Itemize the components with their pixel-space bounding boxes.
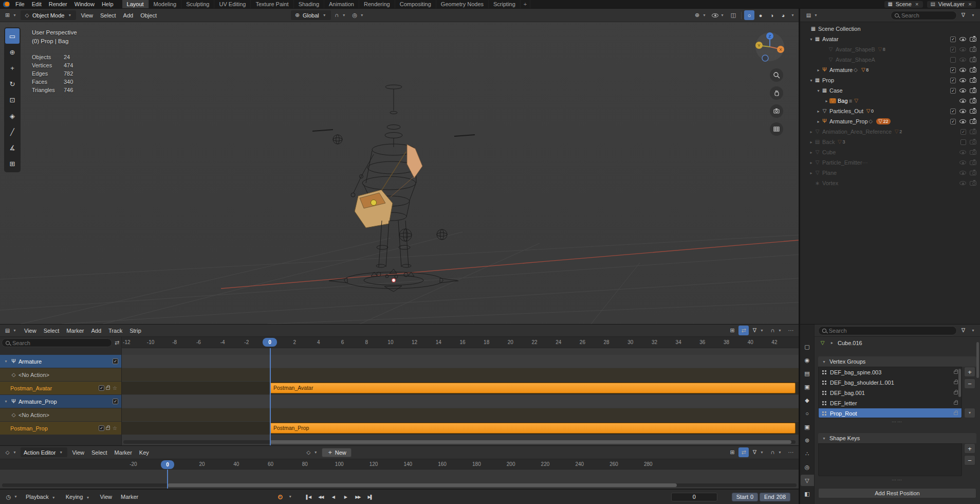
invert-filter-icon[interactable] <box>114 338 120 347</box>
proportional-editing-button[interactable] <box>350 10 367 20</box>
modifiers-tab[interactable]: ⊛ <box>801 435 814 446</box>
remove-vertex-group-button[interactable] <box>964 379 975 389</box>
shading-rendered-button[interactable]: ◕ <box>778 10 788 20</box>
particles-tab[interactable]: ∴ <box>801 448 814 459</box>
properties-search-input[interactable] <box>829 328 953 334</box>
shading-dropdown-icon[interactable] <box>789 13 796 17</box>
outliner-row-scene-collection[interactable]: Scene Collection <box>800 24 980 34</box>
properties-search[interactable] <box>818 326 957 335</box>
action-body[interactable] <box>0 470 799 489</box>
mute-checkbox[interactable] <box>99 425 104 431</box>
workspace-tab[interactable]: UV Editing <box>214 0 251 8</box>
outliner-row-case[interactable]: Case <box>800 85 980 96</box>
scale-tool[interactable]: ⊡ <box>5 92 20 107</box>
disclosure-closed-icon[interactable] <box>816 68 821 73</box>
viewport-scene[interactable] <box>0 22 799 324</box>
hide-eye-icon[interactable] <box>959 99 966 103</box>
hide-eye-icon[interactable] <box>959 119 966 123</box>
nla-search-input[interactable] <box>12 340 64 346</box>
browse-action-button[interactable] <box>304 447 321 457</box>
vertex-group-row[interactable]: DEF_bag_spine.003 <box>819 367 961 377</box>
nla-editor-type-button[interactable] <box>3 326 20 335</box>
action-menu-item[interactable]: View <box>68 448 88 457</box>
disable-render-icon[interactable] <box>970 119 976 124</box>
transform-tool[interactable]: ◈ <box>5 108 20 123</box>
play-reverse-button[interactable]: ◀ <box>327 492 339 501</box>
action-h-scrollbar[interactable] <box>2 483 797 487</box>
keying-menu[interactable]: Keying <box>62 493 95 501</box>
disclosure-closed-icon[interactable] <box>824 99 829 103</box>
workspace-tab[interactable]: Sculpting <box>181 0 214 8</box>
view-layer-tab[interactable]: ▣ <box>801 381 814 392</box>
action-options-button[interactable] <box>786 447 796 457</box>
action-menu-item[interactable]: Key <box>136 448 153 457</box>
disable-render-icon[interactable] <box>970 78 976 83</box>
chevron-down-icon[interactable] <box>970 329 976 333</box>
scrollbar-handle[interactable] <box>168 483 677 487</box>
workspace-tab[interactable]: Texture Paint <box>251 0 293 8</box>
workspace-tab[interactable]: Compositing <box>395 0 436 8</box>
add-rest-position-button[interactable]: Add Rest Position <box>818 488 976 498</box>
show-gizmo-button[interactable] <box>692 10 709 20</box>
lock-icon[interactable] <box>106 387 110 390</box>
nla-menu-item[interactable]: Add <box>87 327 105 335</box>
exclude-checkbox[interactable] <box>950 119 956 124</box>
hide-eye-icon[interactable] <box>959 150 966 154</box>
outliner-row-avatar[interactable]: Avatar <box>800 34 980 44</box>
viewport-menu-item[interactable]: Object <box>137 11 160 20</box>
menu-item[interactable]: Edit <box>28 0 45 8</box>
viewport-editor-type-button[interactable] <box>3 10 20 20</box>
disclosure-closed-icon[interactable] <box>808 140 814 145</box>
action-mode-selector[interactable]: Action Editor <box>21 447 67 457</box>
add-shape-key-button[interactable] <box>964 443 975 454</box>
hide-eye-icon[interactable] <box>959 181 966 185</box>
outliner-row-particles-out[interactable]: Particles_Out 0 <box>800 106 980 116</box>
nla-menu-item[interactable]: Track <box>105 327 126 335</box>
frame-start-field[interactable]: Start 0 <box>732 493 758 501</box>
menu-item[interactable]: Help <box>98 0 117 8</box>
viewport-menu-item[interactable]: Add <box>120 11 137 20</box>
hide-eye-icon[interactable] <box>959 37 966 41</box>
workspace-tab[interactable]: Scripting <box>489 0 521 8</box>
disable-render-icon[interactable] <box>970 171 976 175</box>
nla-track-no-action-1[interactable]: <No Action> <box>0 368 799 381</box>
action-filter-button[interactable] <box>750 447 767 457</box>
outliner-row-avatar-shapeb[interactable]: Avatar_ShapeB 8 <box>800 44 980 55</box>
frame-end-field[interactable]: End 208 <box>760 493 790 501</box>
hide-eye-icon[interactable] <box>959 160 966 165</box>
vertex-group-row[interactable]: DEF_bag.001 <box>819 388 961 398</box>
jump-to-end-button[interactable]: ▶▌ <box>364 492 376 501</box>
exclude-checkbox[interactable] <box>960 129 966 135</box>
exclude-checkbox[interactable] <box>950 37 956 42</box>
disable-render-icon[interactable] <box>970 37 976 42</box>
nla-track-armature-prop[interactable]: Armature_Prop <box>0 395 799 408</box>
action-editor-type-button[interactable] <box>3 447 20 457</box>
workspace-tab[interactable]: Animation <box>324 0 359 8</box>
nla-sync-button[interactable] <box>738 326 749 335</box>
disclosure-closed-icon[interactable] <box>808 130 814 134</box>
nla-track-armature[interactable]: Armature <box>0 355 799 368</box>
remove-shape-key-button[interactable] <box>964 455 975 465</box>
cursor-tool[interactable]: ⊕ <box>5 44 20 60</box>
disable-render-icon[interactable] <box>970 160 976 165</box>
viewport-menu-item[interactable]: View <box>77 11 97 20</box>
nla-track-no-action-2[interactable]: <No Action> <box>0 408 799 421</box>
nla-track-postman-prop[interactable]: Postman_Prop Postman_Prop <box>0 422 799 435</box>
disable-render-icon[interactable] <box>970 140 976 145</box>
current-frame-field[interactable]: 0 <box>671 493 717 501</box>
exclude-checkbox[interactable] <box>950 57 956 63</box>
workspace-tab[interactable]: Shading <box>294 0 324 8</box>
outliner-row-avatar-shapea[interactable]: Avatar_ShapeA <box>800 55 980 65</box>
lock-icon[interactable] <box>106 427 110 430</box>
outliner-search-input[interactable] <box>901 12 953 19</box>
action-view-toggle-button[interactable] <box>727 447 737 457</box>
play-button[interactable]: ▶ <box>340 492 351 501</box>
shading-wireframe-button[interactable]: ○ <box>744 10 754 20</box>
pan-button[interactable] <box>770 86 783 100</box>
unlink-scene-icon[interactable] <box>914 2 920 7</box>
blender-logo-icon[interactable] <box>3 2 10 7</box>
view-menu[interactable]: View <box>96 493 116 501</box>
zoom-button[interactable] <box>770 68 783 82</box>
world-tab[interactable]: ○ <box>801 408 814 419</box>
xray-toggle-button[interactable] <box>728 10 738 20</box>
